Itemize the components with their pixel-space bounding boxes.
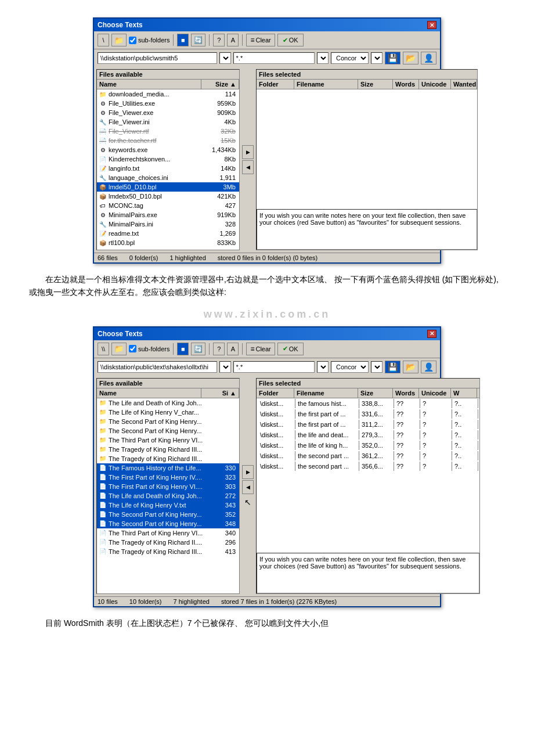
right-row[interactable]: \diskst... the second part ... 356,6... … — [257, 461, 479, 471]
notes-area[interactable]: If you wish you can write notes here on … — [257, 209, 477, 250]
file-row[interactable]: 📝 langinfo.txt 14Kb — [97, 164, 239, 173]
file-row[interactable]: 🔧 MinimalPairs.ini 328 — [97, 219, 239, 229]
arrow-right-button[interactable]: ▶ — [242, 145, 254, 159]
save-button[interactable]: 💾 — [385, 52, 400, 64]
file-row[interactable]: 📁 The Life of King Henry V_char... — [97, 408, 239, 417]
back-button2[interactable]: \\ — [98, 343, 109, 355]
file-row[interactable]: 📁 The Second Part of King Henry... — [97, 426, 239, 435]
stop-button2[interactable]: ■ — [177, 343, 189, 355]
file-row[interactable]: 📄 The Third Part of King Henry VI... 340 — [97, 528, 239, 538]
open-button2[interactable]: 📂 — [403, 361, 418, 373]
dialog2-close-button[interactable]: ✕ — [427, 330, 436, 338]
clear-button2[interactable]: ≡ Clear — [246, 343, 275, 355]
file-row[interactable]: 📄 Kinderrechtskonven... 8Kb — [97, 154, 239, 164]
open-button[interactable]: 📂 — [403, 52, 418, 64]
file-row[interactable]: 📄 for.the.teacher.rtf 15Kb — [97, 136, 239, 145]
file-row[interactable]: 📄 The Tragedy of King Richard III... 413 — [97, 547, 239, 556]
concordance-arrow2[interactable]: ▼ — [371, 361, 383, 373]
back-button[interactable]: \ — [98, 34, 109, 46]
file-row[interactable]: ⚙ File_Viewer.exe 909Kb — [97, 108, 239, 117]
path-input[interactable] — [98, 52, 217, 64]
file-row[interactable]: 🔧 language_choices.ini 1,911 — [97, 173, 239, 182]
file-row-selected[interactable]: 📦 lmdel50_D10.bpl 3Mb — [97, 182, 239, 192]
unicode-cell: ? — [420, 399, 452, 408]
concordance-dropdown2[interactable]: Concord — [331, 361, 369, 373]
path-input2[interactable] — [98, 361, 217, 373]
file-row-selected[interactable]: 📄 The Life of King Henry V.txt 343 — [97, 501, 239, 510]
path-dropdown2[interactable]: ▼ — [219, 361, 231, 373]
stop-button[interactable]: ■ — [177, 34, 189, 46]
concordance-arrow[interactable]: ▼ — [371, 52, 383, 64]
file-row[interactable]: ⚙ File_Utilities.exe 959Kb — [97, 99, 239, 108]
file-row-selected[interactable]: 📄 The Second Part of King Henry... 348 — [97, 519, 239, 528]
right-row[interactable]: \diskst... the life and deat... 279,3...… — [257, 430, 479, 440]
clear-button[interactable]: ≡ Clear — [246, 34, 275, 46]
file-row[interactable]: ⚙ MinimalPairs.exe 919Kb — [97, 210, 239, 219]
refresh-button[interactable]: 🔄 — [191, 34, 205, 46]
file-row[interactable]: 📁 The Third Part of King Henry VI... — [97, 435, 239, 445]
file-row[interactable]: 📁 downloaded_media... 114 — [97, 89, 239, 99]
size-column-header2: Si ▲ — [201, 388, 239, 398]
concordance-dropdown[interactable]: Concord — [331, 52, 369, 64]
folder-button[interactable]: 📁 — [111, 34, 127, 46]
folder-button2[interactable]: 📁 — [111, 343, 127, 355]
help-button[interactable]: ? — [213, 34, 225, 46]
right-row[interactable]: \diskst... the famous hist... 338,8... ?… — [257, 398, 479, 409]
filter-input[interactable] — [233, 52, 315, 64]
ok-button[interactable]: ✔ OK — [277, 34, 304, 46]
user-button2[interactable]: 👤 — [421, 361, 436, 373]
file-row[interactable]: 📁 The Tragedy of King Richard III... — [97, 454, 239, 463]
subfolders-checkbox[interactable] — [129, 37, 136, 44]
user-button[interactable]: 👤 — [421, 52, 436, 64]
file-row-selected[interactable]: 📄 The Life and Death of King Joh... 272 — [97, 491, 239, 501]
dialog2-title-text: Choose Texts — [98, 330, 143, 338]
path-dropdown[interactable]: ▼ — [219, 52, 231, 64]
file-row-selected[interactable]: 📄 The Second Part of King Henry... 352 — [97, 510, 239, 519]
dialog1-close-button[interactable]: ✕ — [427, 21, 436, 29]
file-row[interactable]: 📄 The Tragedy of King Richard II.... 296 — [97, 538, 239, 547]
file-size: 348 — [203, 520, 238, 527]
filter-input2[interactable] — [233, 361, 315, 373]
unicode-cell: ? — [420, 430, 452, 440]
font-button2[interactable]: A — [227, 343, 239, 355]
notes-area2[interactable]: If you wish you can write notes here on … — [257, 553, 479, 593]
right-row[interactable]: \diskst... the second part ... 361,2... … — [257, 451, 479, 461]
file-name: language_choices.ini — [109, 174, 203, 181]
arrow-left-button[interactable]: ◀ — [242, 160, 254, 174]
file-row[interactable]: 🔧 File_Viewer.ini 4Kb — [97, 117, 239, 127]
file-row-selected[interactable]: 📄 The Famous History of the Life... 330 — [97, 463, 239, 473]
help-button2[interactable]: ? — [213, 343, 225, 355]
filter-dropdown[interactable]: ▼ — [317, 52, 329, 64]
file-row[interactable]: 📁 The Second Part of King Henry... — [97, 417, 239, 426]
file-row[interactable]: 🏷 MCONC.tag 427 — [97, 201, 239, 210]
files-selected-panel2: Files selected Folder Filename Size Word… — [256, 378, 480, 594]
save-button2[interactable]: 💾 — [385, 361, 400, 373]
right-row[interactable]: \diskst... the first part of ... 331,6..… — [257, 409, 479, 419]
file-size: 114 — [203, 91, 238, 98]
txt-icon: 📝 — [98, 229, 107, 237]
file-row[interactable]: 📁 The Tragedy of King Richard III... — [97, 445, 239, 454]
file-row[interactable]: 📦 rtl100.bpl 833Kb — [97, 238, 239, 247]
font-button[interactable]: A — [227, 34, 239, 46]
unicode-cell: ? — [420, 451, 452, 460]
right-row[interactable]: \diskst... the life of king h... 352,0..… — [257, 440, 479, 451]
file-row[interactable]: 📁 The Life and Death of King Joh... — [97, 398, 239, 408]
file-row[interactable]: 📦 lmdebx50_D10.bpl 421Kb — [97, 192, 239, 201]
file-row[interactable]: 📄 File_Viewer.rtf 32Kb — [97, 127, 239, 136]
file-row[interactable]: ⚙ keywords.exe 1,434Kb — [97, 145, 239, 154]
dialog1-body: Files available Name Size ▲ 📁 downloaded… — [94, 67, 440, 253]
wanted-cell: ?.. — [452, 451, 478, 460]
filter-dropdown2[interactable]: ▼ — [317, 361, 329, 373]
file-row-selected[interactable]: 📄 The First Part of King Henry VI.... 30… — [97, 482, 239, 491]
arrow-right-button2[interactable]: ▶ — [242, 465, 254, 479]
ok-label: OK — [289, 37, 298, 44]
refresh-button2[interactable]: 🔄 — [191, 343, 205, 355]
clear-label: Clear — [255, 37, 270, 44]
file-row[interactable]: 📝 readme.txt 1,269 — [97, 229, 239, 238]
right-row[interactable]: \diskst... the first part of ... 311,2..… — [257, 419, 479, 430]
dialog2-titlebar: Choose Texts ✕ — [94, 327, 440, 340]
file-row-selected[interactable]: 📄 The First Part of King Henry IV.... 32… — [97, 473, 239, 482]
ok-button2[interactable]: ✔ OK — [277, 343, 304, 355]
arrow-left-button2[interactable]: ◀ — [242, 480, 254, 494]
subfolders-checkbox2[interactable] — [129, 345, 136, 352]
